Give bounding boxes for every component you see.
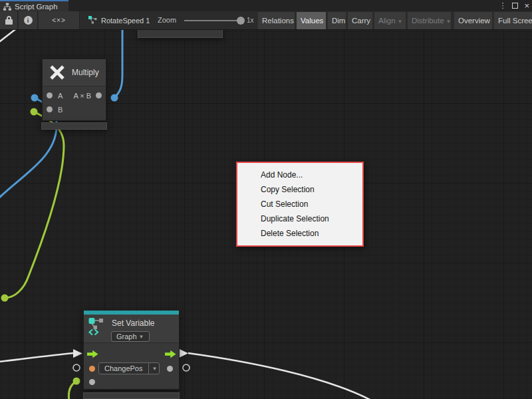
relations-button[interactable]: Relations bbox=[258, 12, 295, 29]
value-input-port[interactable] bbox=[89, 379, 95, 385]
menu-item-delete-selection[interactable]: Delete Selection bbox=[237, 226, 362, 241]
input-port-b[interactable] bbox=[47, 106, 53, 112]
context-menu: Add Node... Copy Selection Cut Selection… bbox=[236, 162, 364, 247]
wire-white-flow-in bbox=[0, 353, 74, 362]
chevron-down-icon[interactable]: ▼ bbox=[148, 363, 159, 374]
graph-hierarchy-icon bbox=[3, 3, 11, 11]
value-output-port[interactable] bbox=[167, 366, 173, 372]
lock-button[interactable] bbox=[0, 11, 18, 29]
unconnected-port-circle[interactable] bbox=[73, 364, 80, 371]
flow-output-port[interactable] bbox=[165, 350, 176, 358]
tab-title: Script Graph bbox=[15, 3, 58, 11]
port-label-out: A × B bbox=[73, 92, 91, 100]
wire-white-flow-out bbox=[188, 353, 374, 399]
title-bar: Script Graph ⋮ × bbox=[0, 0, 532, 11]
variable-name-port[interactable] bbox=[89, 366, 95, 372]
wire-white-top-left bbox=[0, 30, 21, 44]
tab-script-graph[interactable]: Script Graph bbox=[0, 0, 68, 11]
distribute-dropdown[interactable]: Distribute▼ bbox=[408, 12, 451, 29]
zoom-slider-track[interactable] bbox=[184, 20, 244, 21]
set-variable-header: Set Variable Graph ▼ bbox=[84, 315, 179, 343]
menu-item-duplicate-selection[interactable]: Duplicate Selection bbox=[237, 211, 362, 226]
wire-blue-output bbox=[114, 30, 122, 98]
unconnected-port-circle[interactable] bbox=[183, 364, 190, 371]
values-button[interactable]: Values bbox=[297, 12, 326, 29]
lock-icon bbox=[5, 16, 13, 25]
variable-scope-dropdown[interactable]: Graph ▼ bbox=[111, 331, 150, 342]
port-label-a: A bbox=[58, 92, 63, 100]
chevron-down-icon: ▼ bbox=[446, 19, 452, 25]
chevron-down-icon: ▼ bbox=[398, 19, 403, 25]
wire-endpoint-green bbox=[31, 108, 38, 116]
full-screen-button[interactable]: Full Screen bbox=[494, 12, 532, 29]
wire-endpoint-green bbox=[1, 295, 9, 302]
multiply-body: A A × B B bbox=[43, 86, 106, 120]
align-dropdown[interactable]: Align▼ bbox=[374, 12, 406, 29]
port-row-b: B bbox=[43, 102, 106, 116]
wire-endpoint-blue bbox=[111, 94, 118, 102]
script-graph-window: Script Graph ⋮ × i <×> bbox=[0, 0, 532, 399]
wire-green-bottom bbox=[68, 382, 76, 399]
window-close-icon[interactable]: × bbox=[524, 1, 529, 11]
wire-endpoint-blue bbox=[31, 94, 39, 102]
zoom-slider-handle[interactable] bbox=[237, 17, 245, 25]
carry-button[interactable]: Carry bbox=[348, 12, 372, 29]
node-multiply[interactable]: Multiply A A × B B bbox=[42, 59, 106, 121]
output-port[interactable] bbox=[96, 92, 102, 98]
info-icon: i bbox=[24, 16, 33, 25]
port-label-b: B bbox=[58, 106, 63, 114]
dim-button[interactable]: Dim bbox=[328, 12, 346, 29]
graph-name-breadcrumb[interactable]: RotateSpeed 1 bbox=[88, 11, 150, 29]
set-variable-body: ChangePos ▼ bbox=[84, 343, 179, 389]
menu-item-copy-selection[interactable]: Copy Selection bbox=[237, 182, 362, 197]
input-port-a[interactable] bbox=[47, 92, 53, 98]
multiply-header: Multiply bbox=[43, 59, 106, 86]
wire-endpoint-green bbox=[73, 378, 80, 385]
port-row-a: A A × B bbox=[43, 88, 106, 102]
graph-canvas[interactable]: Multiply A A × B B bbox=[0, 30, 532, 399]
zoom-label: Zoom bbox=[158, 11, 176, 29]
node-set-variable[interactable]: Set Variable Graph ▼ bbox=[83, 310, 180, 390]
info-button[interactable]: i bbox=[19, 11, 38, 29]
graph-node-icon bbox=[88, 15, 98, 27]
node-title: Set Variable bbox=[112, 319, 154, 328]
zoom-value: 1x bbox=[247, 11, 254, 29]
multiply-footer-strip bbox=[41, 122, 107, 130]
edit-graph-button[interactable]: <×> bbox=[39, 11, 80, 29]
code-brackets-icon: <×> bbox=[52, 17, 66, 24]
flow-input-port[interactable] bbox=[87, 350, 98, 358]
set-variable-icon bbox=[88, 317, 106, 338]
menu-item-cut-selection[interactable]: Cut Selection bbox=[237, 197, 362, 211]
node-title: Multiply bbox=[72, 68, 99, 77]
chevron-down-icon: ▼ bbox=[139, 334, 144, 340]
set-variable-footer-strip bbox=[83, 392, 180, 399]
graph-name-label: RotateSpeed 1 bbox=[101, 17, 150, 25]
variable-name-dropdown[interactable]: ChangePos ▼ bbox=[98, 362, 160, 374]
flow-in-arrowhead bbox=[73, 349, 82, 358]
window-menu-icon[interactable]: ⋮ bbox=[499, 0, 506, 11]
graph-toolbar: i <×> RotateSpeed 1 Zoom 1x Relations Va… bbox=[0, 11, 532, 30]
flow-out-arrowhead bbox=[179, 349, 188, 358]
overview-button[interactable]: Overview bbox=[454, 12, 492, 29]
multiply-x-icon bbox=[49, 64, 66, 81]
menu-item-add-node[interactable]: Add Node... bbox=[237, 168, 362, 182]
partially-hidden-node[interactable] bbox=[138, 30, 223, 38]
window-maximize-icon[interactable] bbox=[512, 3, 518, 9]
